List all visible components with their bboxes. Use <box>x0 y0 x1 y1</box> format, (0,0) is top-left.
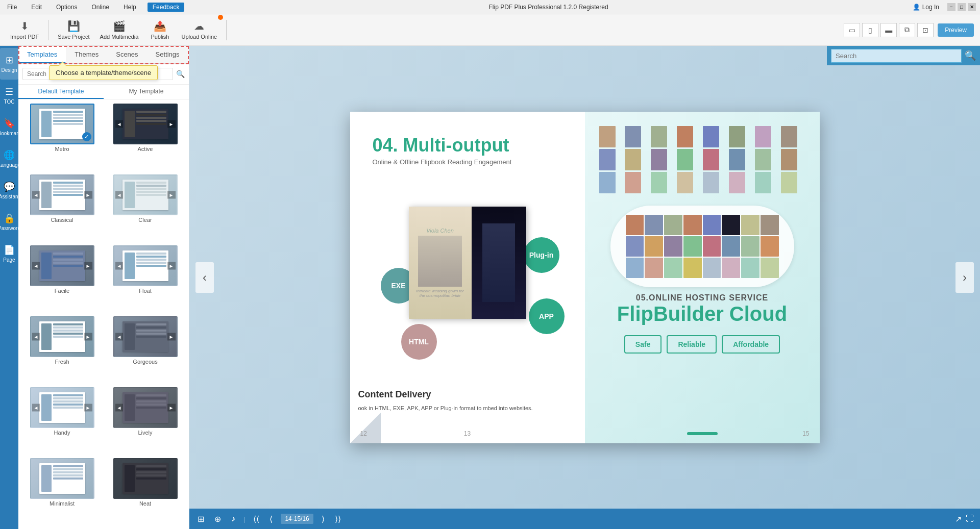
preview-button[interactable]: Preview <box>938 23 974 37</box>
login-button[interactable]: 👤 Log In <box>913 4 939 11</box>
template-item-metro[interactable]: Metro <box>22 104 102 170</box>
minimize-button[interactable]: − <box>947 3 955 11</box>
save-label: Save Project <box>58 34 89 40</box>
tab-my-template[interactable]: My Template <box>104 85 189 99</box>
template-thumb-facile[interactable]: ◄ ► <box>30 245 94 286</box>
upload-online-button[interactable]: ☁ Upload Online <box>177 17 221 43</box>
gorgeous-nav-right[interactable]: ► <box>167 333 176 341</box>
view-landscape[interactable]: ▬ <box>880 23 897 37</box>
clear-nav-right[interactable]: ► <box>167 191 176 199</box>
facile-nav-left[interactable]: ◄ <box>32 262 40 270</box>
separator-2 <box>226 20 227 40</box>
tag-safe: Safe <box>624 335 662 354</box>
tab-templates[interactable]: Templates <box>18 46 66 63</box>
upload-label: Upload Online <box>181 34 217 40</box>
template-item-handy[interactable]: ◄ ► Handy <box>22 387 102 454</box>
template-thumb-metro[interactable] <box>30 104 94 144</box>
fresh-nav-left[interactable]: ◄ <box>32 333 40 341</box>
view-portrait[interactable]: ▯ <box>862 23 878 37</box>
menu-file[interactable]: File <box>4 3 20 12</box>
facile-nav-right[interactable]: ► <box>84 262 92 270</box>
classical-nav-right[interactable]: ► <box>84 191 92 199</box>
menu-online[interactable]: Online <box>88 3 112 12</box>
classical-nav-left[interactable]: ◄ <box>32 191 40 199</box>
first-page-button[interactable]: ⟨⟨ <box>251 512 261 526</box>
tab-settings[interactable]: Settings <box>147 46 188 63</box>
clear-nav-left[interactable]: ◄ <box>115 191 124 199</box>
next-page-btn[interactable]: ⟩ <box>320 512 327 526</box>
book-page-right: 05.ONLINE HOSTING SERVICE FlipBuilder Cl… <box>585 112 820 443</box>
nav-design[interactable]: ⊞ Design <box>0 48 18 80</box>
nav-bookmark[interactable]: 🔖 Bookmark <box>0 111 18 143</box>
menu-options[interactable]: Options <box>53 3 80 12</box>
prev-page-btn[interactable]: ⟨ <box>267 512 275 526</box>
template-item-facile[interactable]: ◄ ► Facile <box>22 245 102 312</box>
menu-edit[interactable]: Edit <box>28 3 45 12</box>
handy-nav-left[interactable]: ◄ <box>32 404 40 412</box>
next-page-button[interactable]: › <box>955 262 974 293</box>
last-page-button[interactable]: ⟩⟩ <box>333 512 343 526</box>
active-nav-left[interactable]: ◄ <box>115 120 124 128</box>
view-fullscreen[interactable]: ⊡ <box>917 23 934 37</box>
maximize-button[interactable]: □ <box>958 3 966 11</box>
nav-language[interactable]: 🌐 Language <box>0 143 18 174</box>
nav-password[interactable]: 🔒 Password <box>0 206 18 238</box>
template-item-fresh[interactable]: ◄ ► Fresh <box>22 316 102 383</box>
password-icon: 🔒 <box>4 213 15 224</box>
template-thumb-neat[interactable] <box>113 458 178 499</box>
feedback-button[interactable]: Feedback <box>148 3 185 12</box>
tag-reliable: Reliable <box>667 335 717 354</box>
template-item-active[interactable]: ◄ ► Active <box>106 104 185 170</box>
template-item-classical[interactable]: ◄ ► Classical <box>22 174 102 241</box>
template-thumb-lively[interactable]: ◄ ► <box>113 387 178 428</box>
lively-nav-right[interactable]: ► <box>167 404 176 412</box>
fresh-nav-right[interactable]: ► <box>84 333 92 341</box>
tab-themes[interactable]: Themes <box>66 46 107 63</box>
template-thumb-gorgeous[interactable]: ◄ ► <box>113 316 178 357</box>
lively-nav-left[interactable]: ◄ <box>115 404 124 412</box>
nav-toc[interactable]: ☰ TOC <box>0 80 18 111</box>
add-multimedia-button[interactable]: 🎬 Add Multimedia <box>96 17 143 43</box>
prev-page-button[interactable]: ‹ <box>195 262 214 293</box>
gorgeous-nav-left[interactable]: ◄ <box>115 333 124 341</box>
left-arrow-icon: ‹ <box>203 270 207 285</box>
view-single[interactable]: ▭ <box>844 23 860 37</box>
template-thumb-float[interactable]: ◄ ► <box>113 245 178 286</box>
template-thumb-handy[interactable]: ◄ ► <box>30 387 94 428</box>
template-label-lively: Lively <box>138 430 152 436</box>
menu-help[interactable]: Help <box>120 3 139 12</box>
search-icon[interactable]: 🔍 <box>176 70 185 78</box>
save-project-button[interactable]: 💾 Save Project <box>54 17 93 43</box>
float-nav-left[interactable]: ◄ <box>115 262 124 270</box>
active-nav-right[interactable]: ► <box>167 120 176 128</box>
float-nav-right[interactable]: ► <box>167 262 176 270</box>
close-button[interactable]: ✕ <box>968 3 976 11</box>
zoom-button[interactable]: ⊕ <box>212 512 223 526</box>
view-double[interactable]: ⧉ <box>899 23 915 37</box>
template-thumb-clear[interactable]: ◄ ► <box>113 174 178 215</box>
fullscreen-button[interactable]: ⛶ <box>966 514 974 523</box>
handy-nav-right[interactable]: ► <box>84 404 92 412</box>
template-item-neat[interactable]: Neat <box>106 458 185 525</box>
share-button[interactable]: ↗ <box>955 514 962 524</box>
template-item-lively[interactable]: ◄ ► Lively <box>106 387 185 454</box>
right-arrow-icon: › <box>963 270 967 285</box>
grid-view-button[interactable]: ⊞ <box>195 512 206 526</box>
template-item-minimalist[interactable]: Minimalist <box>22 458 102 525</box>
search-go-icon[interactable]: 🔍 <box>965 50 976 61</box>
template-item-float[interactable]: ◄ ► Float <box>106 245 185 312</box>
publish-button[interactable]: 📤 Publish <box>144 17 175 43</box>
tab-scenes[interactable]: Scenes <box>107 46 146 63</box>
template-thumb-active[interactable]: ◄ ► <box>113 104 178 144</box>
template-item-clear[interactable]: ◄ ► Clear <box>106 174 185 241</box>
import-pdf-button[interactable]: ⬇ Import PDF <box>6 17 43 43</box>
nav-assistant[interactable]: 💬 Assistant <box>0 174 18 206</box>
template-thumb-minimalist[interactable] <box>30 458 94 499</box>
template-thumb-fresh[interactable]: ◄ ► <box>30 316 94 357</box>
template-item-gorgeous[interactable]: ◄ ► Gorgeous <box>106 316 185 383</box>
tab-default-template[interactable]: Default Template <box>18 85 104 99</box>
nav-page[interactable]: 📄 Page <box>0 238 18 269</box>
sound-button[interactable]: ♪ <box>229 512 237 525</box>
template-thumb-classical[interactable]: ◄ ► <box>30 174 94 215</box>
main-search-input[interactable] <box>831 49 962 63</box>
